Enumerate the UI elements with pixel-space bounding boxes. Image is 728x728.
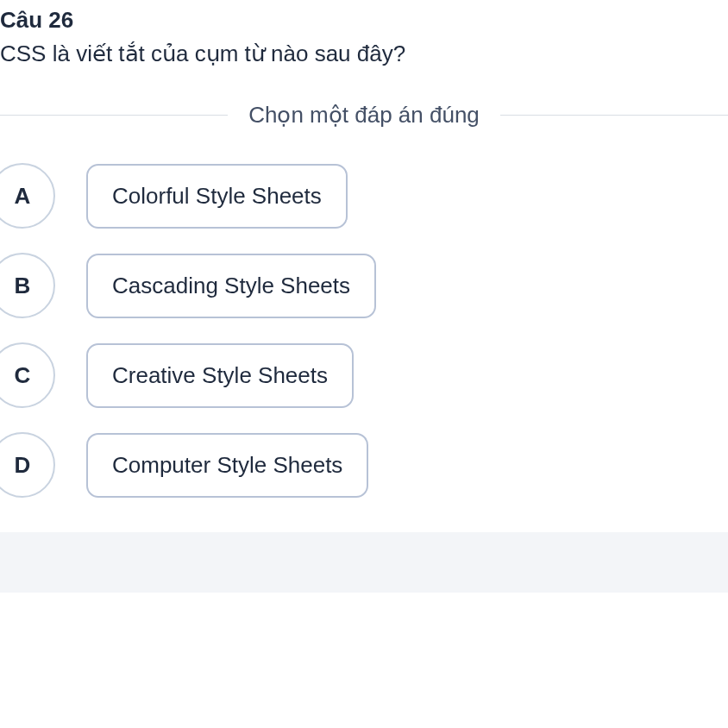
- option-row-b[interactable]: B Cascading Style Sheets: [0, 253, 728, 318]
- instruction-text: Chọn một đáp án đúng: [248, 102, 480, 129]
- option-box-a[interactable]: Colorful Style Sheets: [86, 164, 348, 229]
- options-list: A Colorful Style Sheets B Cascading Styl…: [0, 163, 728, 498]
- option-row-d[interactable]: D Computer Style Sheets: [0, 432, 728, 498]
- option-letter-a[interactable]: A: [0, 163, 55, 229]
- question-text: CSS là viết tắt của cụm từ nào sau đây?: [0, 41, 728, 67]
- option-row-a[interactable]: A Colorful Style Sheets: [0, 163, 728, 229]
- option-letter-d[interactable]: D: [0, 432, 55, 498]
- option-letter-c[interactable]: C: [0, 342, 55, 408]
- divider-line-right: [500, 115, 728, 116]
- option-box-c[interactable]: Creative Style Sheets: [86, 343, 354, 408]
- option-letter-b[interactable]: B: [0, 253, 55, 318]
- option-box-d[interactable]: Computer Style Sheets: [86, 433, 368, 498]
- option-box-b[interactable]: Cascading Style Sheets: [86, 254, 376, 318]
- divider-line-left: [0, 115, 228, 116]
- instruction-divider: Chọn một đáp án đúng: [0, 102, 728, 129]
- option-row-c[interactable]: C Creative Style Sheets: [0, 342, 728, 408]
- question-number: Câu 26: [0, 7, 728, 34]
- footer-band: [0, 532, 728, 593]
